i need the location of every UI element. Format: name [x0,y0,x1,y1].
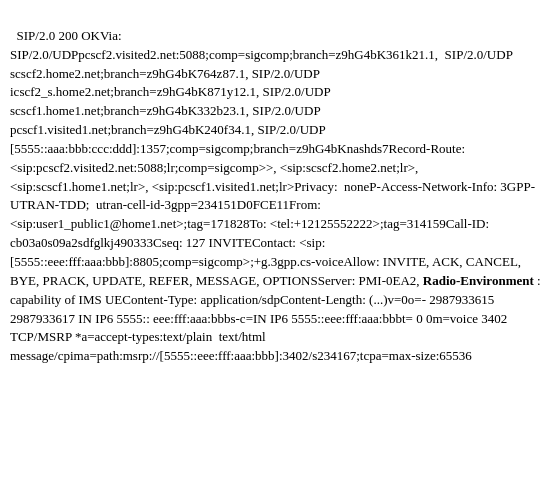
to-header: To: <tel:+12125552222>;tag=314159 [249,216,445,231]
radio-environment-bold: Radio-Environment [423,273,534,288]
sip-status-line: SIP/2.0 200 OK [17,28,100,43]
via-header: Via: SIP/2.0/UDPpcscf2.visited2.net:5088… [10,28,516,156]
cseq-header: seq: 127 INVITE [162,235,252,250]
sip-message-content: SIP/2.0 200 OKVia: SIP/2.0/UDPpcscf2.vis… [10,8,548,366]
content-type-header: Content-Type: application/sdpContent-Len… [122,292,387,307]
